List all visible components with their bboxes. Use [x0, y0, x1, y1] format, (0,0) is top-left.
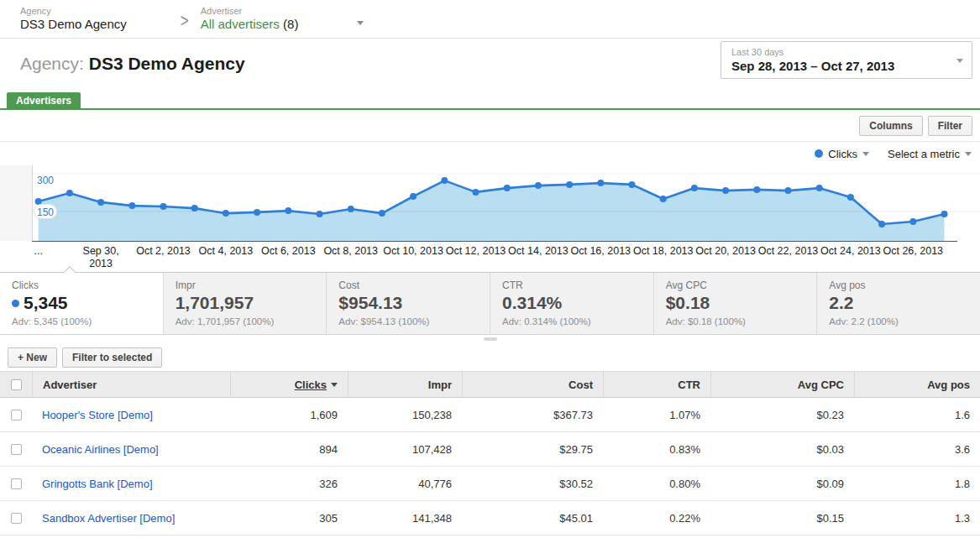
advertiser-link[interactable]: Gringotts Bank [Demo] [42, 478, 153, 490]
advertiser-link[interactable]: Hooper's Store [Demo] [42, 409, 153, 421]
svg-text:150: 150 [37, 206, 54, 218]
cell-ctr: 1.07% [603, 398, 710, 431]
advertiser-link[interactable]: Sandbox Advertiser [Demo] [42, 512, 175, 525]
svg-text:...: ... [34, 245, 42, 257]
cell-avg-pos: 1.8 [854, 467, 980, 500]
table-row: Sandbox Advertiser [Demo] 305 141,348 $4… [0, 501, 980, 535]
cell-clicks: 1,609 [230, 398, 348, 431]
breadcrumb-advertiser-value[interactable]: All advertisers (8) [201, 17, 299, 32]
column-header-avg-pos[interactable]: Avg pos [854, 372, 980, 397]
row-checkbox[interactable] [11, 444, 22, 455]
metric-2-selector[interactable]: Select a metric [888, 148, 972, 160]
table-row: Gringotts Bank [Demo] 326 40,776 $30.52 … [0, 467, 980, 501]
page-title-name: DS3 Demo Agency [89, 54, 245, 73]
tab-advertisers[interactable]: Advertisers [7, 92, 81, 110]
svg-text:Oct 14, 2013: Oct 14, 2013 [508, 245, 569, 257]
cell-cost: $45.01 [462, 501, 603, 535]
card-value: $954.13 [338, 292, 490, 314]
filter-button[interactable]: Filter [928, 116, 972, 136]
cell-avg-pos: 1.3 [854, 501, 980, 535]
select-all-checkbox[interactable] [11, 379, 22, 390]
title-row: Agency: DS3 Demo Agency Last 30 days Sep… [0, 39, 980, 92]
svg-text:Oct 26, 2013: Oct 26, 2013 [883, 245, 944, 257]
chevron-down-icon [956, 59, 963, 63]
select-all-cell [0, 372, 32, 397]
column-header-avg-cpc[interactable]: Avg CPC [710, 372, 854, 397]
card-value: 2.2 [829, 292, 980, 314]
summary-card-avg-cpc[interactable]: Avg CPC $0.18 Adv: $0.18 (100%) [654, 273, 818, 334]
card-value: $0.18 [666, 292, 817, 314]
breadcrumb-agency-label: Agency [20, 6, 127, 17]
chevron-down-icon [862, 152, 869, 156]
card-label: Impr [176, 279, 327, 292]
card-subtext: Adv: 5,345 (100%) [12, 316, 163, 326]
summary-cards: Clicks 5,345 Adv: 5,345 (100%) Impr 1,70… [0, 272, 980, 335]
row-checkbox[interactable] [11, 513, 22, 524]
svg-text:2013: 2013 [89, 258, 113, 269]
summary-card-clicks[interactable]: Clicks 5,345 Adv: 5,345 (100%) [0, 273, 164, 334]
cell-impr: 150,238 [348, 398, 462, 431]
cell-impr: 141,348 [348, 501, 462, 535]
summary-card-cost[interactable]: Cost $954.13 Adv: $954.13 (100%) [327, 273, 490, 334]
table-row: Hooper's Store [Demo] 1,609 150,238 $367… [0, 398, 980, 432]
cell-cost: $29.75 [462, 432, 603, 466]
svg-text:Oct 18, 2013: Oct 18, 2013 [633, 245, 694, 257]
new-button[interactable]: + New [8, 347, 57, 368]
svg-text:Oct 6, 2013: Oct 6, 2013 [261, 245, 316, 257]
card-label: CTR [502, 279, 653, 292]
chevron-down-icon[interactable] [357, 21, 364, 25]
svg-text:Oct 20, 2013: Oct 20, 2013 [695, 245, 756, 257]
clicks-chart-svg: 300150...Sep 30,2013Oct 2, 2013Oct 4, 20… [0, 165, 980, 272]
card-subtext: Adv: 0.314% (100%) [502, 316, 653, 326]
metric-1-selector[interactable]: Clicks [815, 148, 869, 160]
date-range-selector[interactable]: Last 30 days Sep 28, 2013 – Oct 27, 2013 [721, 41, 972, 79]
svg-text:Oct 2, 2013: Oct 2, 2013 [136, 245, 191, 257]
advertiser-selector[interactable]: Advertiser All advertisers (8) [201, 6, 299, 32]
advertiser-link[interactable]: Oceanic Airlines [Demo] [42, 443, 159, 456]
columns-button[interactable]: Columns [859, 116, 922, 136]
svg-text:Oct 4, 2013: Oct 4, 2013 [199, 245, 254, 257]
table-actions: + New Filter to selected [0, 343, 980, 371]
breadcrumb-agency-name[interactable]: DS3 Demo Agency [20, 17, 127, 32]
breadcrumb: Agency DS3 Demo Agency > Advertiser All … [0, 0, 980, 39]
summary-card-avg-pos[interactable]: Avg pos 2.2 Adv: 2.2 (100%) [817, 273, 980, 334]
card-value: 1,701,957 [176, 292, 327, 314]
svg-text:Oct 22, 2013: Oct 22, 2013 [758, 245, 819, 257]
date-preset-label: Last 30 days [731, 46, 950, 58]
chart-legend: Clicks Select a metric [0, 142, 980, 165]
all-advertisers-link[interactable]: All advertisers [201, 17, 280, 31]
column-header-advertiser[interactable]: Advertiser [32, 372, 230, 397]
column-header-clicks[interactable]: Clicks [230, 372, 348, 397]
cell-ctr: 0.83% [603, 432, 710, 466]
card-value: 0.314% [502, 292, 653, 314]
cell-avg-cpc: $0.23 [710, 398, 854, 431]
svg-text:Oct 10, 2013: Oct 10, 2013 [383, 245, 443, 257]
column-header-cost[interactable]: Cost [462, 372, 603, 397]
cell-cost: $30.52 [462, 467, 603, 500]
metric-1-label: Clicks [828, 148, 857, 160]
column-header-impr[interactable]: Impr [348, 372, 462, 397]
advertiser-count: (8) [283, 17, 298, 31]
card-subtext: Adv: $0.18 (100%) [666, 316, 817, 326]
table-header: Advertiser Clicks Impr Cost CTR Avg CPC … [0, 371, 980, 398]
column-header-ctr[interactable]: CTR [603, 372, 710, 397]
date-range-value: Sep 28, 2013 – Oct 27, 2013 [731, 58, 950, 74]
resize-handle[interactable] [484, 337, 497, 341]
row-checkbox[interactable] [11, 410, 22, 420]
svg-text:Sep 30,: Sep 30, [83, 245, 119, 257]
summary-card-ctr[interactable]: CTR 0.314% Adv: 0.314% (100%) [490, 273, 654, 334]
cell-impr: 107,428 [348, 432, 462, 466]
cell-avg-pos: 3.6 [854, 432, 980, 466]
filter-to-selected-button[interactable]: Filter to selected [62, 347, 162, 368]
cell-cost: $367.73 [462, 398, 603, 431]
metric-2-label: Select a metric [888, 148, 960, 160]
chevron-right-icon: > [181, 11, 189, 32]
card-subtext: Adv: $954.13 (100%) [338, 316, 490, 326]
svg-text:Oct 24, 2013: Oct 24, 2013 [820, 245, 881, 257]
clicks-chart: 300150...Sep 30,2013Oct 2, 2013Oct 4, 20… [0, 165, 980, 272]
summary-card-impr[interactable]: Impr 1,701,957 Adv: 1,701,957 (100%) [164, 273, 328, 334]
cell-ctr: 0.80% [603, 467, 710, 500]
row-checkbox[interactable] [11, 478, 22, 489]
card-label: Avg CPC [666, 279, 817, 292]
svg-text:300: 300 [37, 175, 54, 186]
